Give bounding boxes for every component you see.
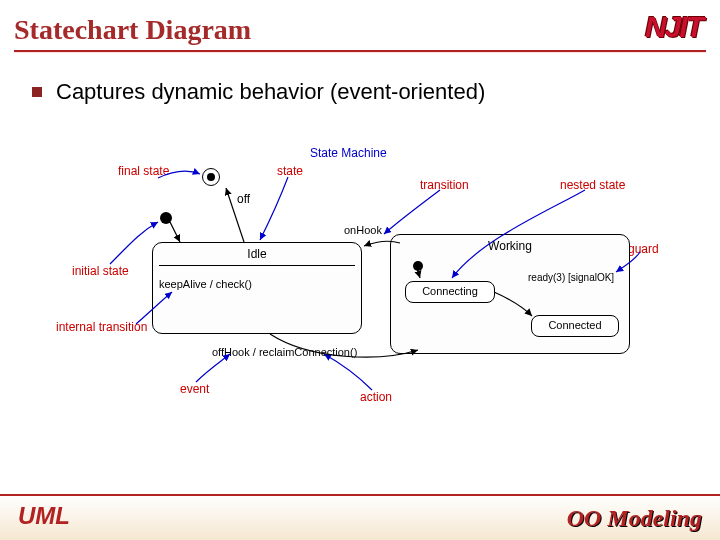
transition-offhook: offHook / reclaimConnection() <box>212 346 357 358</box>
bullet-text: Captures dynamic behavior (event-oriente… <box>56 79 485 105</box>
transition-onhook: onHook <box>344 224 382 236</box>
final-state-icon <box>202 168 220 186</box>
state-idle: Idle keepAlive / check() <box>152 242 362 334</box>
statechart-diagram: State Machine final state state transiti… <box>80 150 660 440</box>
annot-transition: transition <box>420 178 469 192</box>
bullet-item: Captures dynamic behavior (event-oriente… <box>32 79 720 105</box>
state-connected: Connected <box>531 315 619 337</box>
off-label: off <box>237 192 250 206</box>
title-underline <box>14 50 706 53</box>
annot-action: action <box>360 390 392 404</box>
working-initial-icon <box>413 261 423 271</box>
annot-final-state: final state <box>118 164 169 178</box>
njit-logo: NJIT <box>645 10 702 44</box>
idle-separator <box>159 265 355 266</box>
annot-initial-state: initial state <box>72 264 129 278</box>
footer-left-logo: UML <box>18 502 70 530</box>
diagram-heading: State Machine <box>310 146 387 160</box>
annot-guard: guard <box>628 242 659 256</box>
state-connecting: Connecting <box>405 281 495 303</box>
transition-ready-guard: ready(3) [signalOK] <box>528 272 614 283</box>
annot-state: state <box>277 164 303 178</box>
annot-event: event <box>180 382 209 396</box>
state-working: Working Connecting Connected <box>390 234 630 354</box>
footer-bar: UML OO Modeling <box>0 494 720 540</box>
state-idle-title: Idle <box>159 247 355 261</box>
initial-state-icon <box>160 212 172 224</box>
slide-title: Statechart Diagram <box>14 14 251 45</box>
state-working-title: Working <box>397 239 623 253</box>
footer-right-logo: OO Modeling <box>567 505 702 532</box>
annot-internal-transition: internal transition <box>56 320 147 334</box>
bullet-icon <box>32 87 42 97</box>
idle-internal-transition: keepAlive / check() <box>159 278 355 290</box>
annot-nested-state: nested state <box>560 178 625 192</box>
